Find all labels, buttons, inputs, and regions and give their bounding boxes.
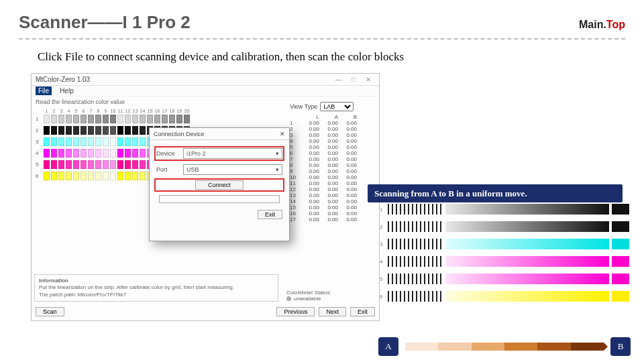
swatch[interactable] [140,160,146,169]
swatch[interactable] [73,115,79,123]
swatch[interactable] [117,149,123,158]
swatch[interactable] [110,126,116,135]
swatch[interactable] [103,115,109,123]
view-type-select[interactable]: LAB [320,102,354,111]
swatch[interactable] [51,115,57,123]
previous-button[interactable]: Previous [276,307,315,316]
swatch[interactable] [95,137,101,146]
swatch[interactable] [51,126,57,135]
swatch[interactable] [58,126,64,135]
swatch[interactable] [140,172,146,180]
swatch[interactable] [140,126,146,135]
swatch[interactable] [110,137,116,146]
device-select[interactable]: i1Pro 2▾ [183,148,282,159]
swatch[interactable] [88,172,94,180]
swatch[interactable] [117,126,123,135]
swatch[interactable] [44,149,50,158]
swatch[interactable] [80,172,87,180]
swatch[interactable] [66,160,72,169]
swatch[interactable] [58,172,64,180]
swatch[interactable] [58,149,64,158]
scan-button[interactable]: Scan [36,307,64,316]
swatch[interactable] [51,172,57,180]
menu-file[interactable]: File [36,86,52,95]
swatch[interactable] [169,115,175,123]
swatch[interactable] [88,137,94,146]
swatch[interactable] [80,149,87,158]
swatch[interactable] [95,115,101,123]
swatch[interactable] [125,137,131,146]
swatch[interactable] [132,126,138,135]
swatch[interactable] [80,137,87,146]
swatch[interactable] [147,115,153,123]
swatch[interactable] [44,126,50,135]
swatch[interactable] [66,149,72,158]
swatch[interactable] [140,115,146,123]
swatch[interactable] [80,115,87,123]
swatch[interactable] [44,172,50,180]
swatch[interactable] [95,149,101,158]
window-buttons[interactable]: — □ ✕ [335,76,375,83]
dialog-close-icon[interactable]: ✕ [280,131,285,137]
swatch[interactable] [140,137,146,146]
swatch[interactable] [66,137,72,146]
swatch[interactable] [66,126,72,135]
swatch[interactable] [58,160,64,169]
swatch[interactable] [103,160,109,169]
swatch[interactable] [103,126,109,135]
swatch[interactable] [44,160,50,169]
swatch[interactable] [51,160,57,169]
swatch[interactable] [117,160,123,169]
swatch[interactable] [88,149,94,158]
swatch[interactable] [125,172,131,180]
swatch[interactable] [125,160,131,169]
swatch[interactable] [44,137,50,146]
swatch[interactable] [73,172,79,180]
swatch[interactable] [44,115,50,123]
swatch[interactable] [132,137,138,146]
swatch[interactable] [154,115,160,123]
swatch[interactable] [58,115,64,123]
swatch[interactable] [103,149,109,158]
swatch[interactable] [88,160,94,169]
swatch[interactable] [95,172,101,180]
swatch[interactable] [66,172,72,180]
swatch[interactable] [125,126,131,135]
swatch[interactable] [103,172,109,180]
swatch[interactable] [80,126,87,135]
swatch[interactable] [80,160,87,169]
swatch[interactable] [184,115,190,123]
swatch[interactable] [110,115,116,123]
swatch[interactable] [88,126,94,135]
swatch[interactable] [88,115,94,123]
swatch[interactable] [117,115,123,123]
swatch[interactable] [132,149,138,158]
swatch[interactable] [132,172,138,180]
swatch[interactable] [117,172,123,180]
swatch[interactable] [73,126,79,135]
port-select[interactable]: USB▾ [183,164,282,175]
next-button[interactable]: Next [319,307,346,316]
swatch[interactable] [66,115,72,123]
dialog-exit-button[interactable]: Exit [258,210,282,219]
swatch[interactable] [117,137,123,146]
swatch[interactable] [95,160,101,169]
swatch[interactable] [176,115,182,123]
swatch[interactable] [110,172,116,180]
swatch[interactable] [73,137,79,146]
swatch[interactable] [58,137,64,146]
swatch[interactable] [73,149,79,158]
swatch[interactable] [73,160,79,169]
swatch[interactable] [95,126,101,135]
swatch[interactable] [51,149,57,158]
swatch[interactable] [132,115,138,123]
connect-button[interactable]: Connect [195,180,244,190]
menu-help[interactable]: Help [57,86,76,95]
swatch[interactable] [110,160,116,169]
swatch[interactable] [51,137,57,146]
exit-button[interactable]: Exit [350,307,375,316]
swatch[interactable] [132,160,138,169]
swatch[interactable] [125,115,131,123]
swatch[interactable] [162,115,168,123]
swatch[interactable] [140,149,146,158]
